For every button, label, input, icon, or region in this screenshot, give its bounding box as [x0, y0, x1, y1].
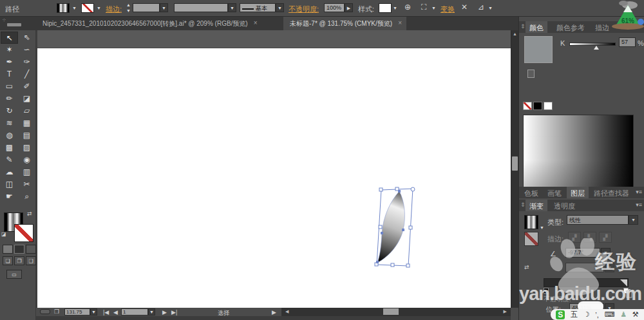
opacity-menu-button[interactable]: ▶	[345, 3, 353, 12]
tab-stroke[interactable]: 描边	[591, 21, 613, 33]
eraser-tool[interactable]: ◪	[18, 93, 35, 105]
document-tab-active[interactable]: 未标题-7* @ 131.75% (CMYK/预览) ×	[283, 17, 406, 30]
document-tab[interactable]: Nipic_2457331_20101020230646567000[转换].a…	[36, 17, 262, 30]
prev-artboard-icon[interactable]: ◀	[113, 309, 118, 315]
align-icon[interactable]: ✕	[461, 3, 468, 12]
stroke-weight-down-icon[interactable]: ▼	[126, 8, 131, 13]
black-swatch[interactable]	[533, 102, 542, 110]
gradient-tool[interactable]: ▨	[18, 142, 35, 154]
keyboard-icon[interactable]: ⌨	[605, 310, 615, 319]
panel-menu-icon[interactable]: ▾≡	[636, 189, 642, 195]
status-expand-icon[interactable]: ▶	[272, 309, 276, 315]
stroke-dropdown-icon[interactable]: ▼	[97, 6, 101, 10]
stroke-gradient-across-button[interactable]: ▞	[599, 232, 612, 243]
direct-selection-tool[interactable]: ⇖	[18, 32, 35, 44]
tab-pathfinder[interactable]: 路径查找器	[590, 187, 633, 198]
gradient-angle-field[interactable]: -97.7°	[565, 248, 600, 258]
next-artboard-icon[interactable]: ▶	[162, 309, 167, 315]
stroke-gradient-along-button[interactable]: ▚	[583, 232, 596, 243]
stroke-weight-up-icon[interactable]: ▲	[126, 3, 131, 7]
tab-layers[interactable]: 图层	[567, 187, 589, 198]
brush-menu-button[interactable]: ▼	[276, 3, 284, 12]
opacity-field[interactable]: 100%	[324, 3, 345, 12]
width-tool[interactable]: ≋	[1, 117, 18, 129]
transform-link[interactable]: 变换	[440, 5, 455, 14]
zoom-tool[interactable]: ⌕	[18, 191, 35, 203]
tab-swatches[interactable]: 色板	[520, 187, 542, 198]
paintbrush-tool[interactable]: ✐	[18, 80, 35, 93]
arrange-documents-icon[interactable]: ❐	[54, 308, 59, 315]
grayscale-spectrum-ramp[interactable]	[523, 115, 634, 198]
stroke-gradient-within-button[interactable]: ▞	[568, 232, 581, 243]
document-setup-icon[interactable]: ⊕	[404, 3, 411, 12]
artboard-tool[interactable]: ◫	[1, 178, 18, 191]
pen-tool[interactable]: ✒	[1, 56, 18, 68]
none-color-swatch[interactable]	[523, 102, 532, 110]
ime-toolbar[interactable]: S五☽’,⌨♟⚒	[551, 309, 644, 320]
hand-tool[interactable]: ☛	[1, 191, 18, 203]
magic-wand-tool[interactable]: ✶	[1, 44, 18, 56]
delete-stop-icon[interactable]	[625, 288, 634, 299]
canvas-area[interactable]	[36, 30, 511, 308]
gradient-type-dropdown-button[interactable]: ▼	[629, 215, 638, 225]
calligraphy-pen-tool[interactable]: ✑	[18, 56, 35, 68]
mesh-tool[interactable]: ▩	[1, 142, 18, 154]
slice-tool[interactable]: ✂	[18, 178, 35, 191]
selected-crescent-shape[interactable]	[370, 184, 421, 274]
gradient-fill-thumbnail[interactable]	[524, 215, 538, 229]
panel-menu-icon[interactable]: ▾≡	[636, 202, 642, 208]
stroke-weight-field[interactable]	[133, 3, 160, 12]
stroke-swatch[interactable]	[81, 3, 94, 13]
stroke-color-indicator[interactable]	[14, 224, 33, 242]
rotate-tool[interactable]: ↻	[1, 105, 18, 117]
select-similar-dropdown-icon[interactable]: ▼	[431, 6, 436, 10]
draw-behind-mode-button[interactable]: ❐	[14, 256, 24, 265]
horizontal-scrollbar[interactable]: ◀ ▶	[281, 308, 511, 316]
draw-inside-mode-button[interactable]: ❑	[26, 256, 36, 265]
marks-icon[interactable]: ’,	[595, 311, 599, 319]
k-value-field[interactable]: 57	[619, 37, 636, 47]
vertical-scroll-thumb[interactable]	[512, 156, 518, 171]
reverse-gradient-icon[interactable]: ⇄	[524, 264, 529, 270]
shear-icon[interactable]: ⊿	[478, 3, 484, 12]
eyedropper-tool[interactable]: ✎	[1, 154, 18, 166]
brush-definition-field[interactable]: 基本	[240, 3, 276, 12]
profile-menu-button[interactable]: ▼	[228, 3, 236, 12]
screen-mode-button[interactable]: ▭	[6, 270, 22, 279]
wubi-icon[interactable]: 五	[571, 310, 578, 319]
gamut-warning-icon[interactable]	[527, 70, 535, 78]
cycle-panel-icon[interactable]: ⇕	[520, 202, 526, 208]
tab-color[interactable]: 颜色	[526, 21, 547, 33]
scroll-right-icon[interactable]: ▶	[504, 309, 507, 314]
blend-tool[interactable]: ◉	[18, 154, 35, 166]
swap-fill-stroke-icon[interactable]: ⇄	[27, 211, 32, 217]
gradient-thumb-dropdown-icon[interactable]: ▼	[540, 225, 544, 230]
panel-menu-icon[interactable]: ▾≡	[636, 23, 642, 30]
stroke-weight-menu-button[interactable]: ▼	[160, 3, 168, 12]
shear-dropdown-icon[interactable]: ▼	[488, 6, 493, 10]
style-swatch[interactable]	[379, 3, 392, 13]
select-similar-icon[interactable]: ⛶	[421, 3, 426, 12]
gradient-type-field[interactable]: 线性	[567, 215, 629, 225]
close-tab-icon[interactable]: ×	[254, 19, 258, 26]
variable-width-profile-field[interactable]	[174, 3, 228, 12]
last-artboard-icon[interactable]: ▶|	[171, 309, 177, 315]
perspective-grid-tool[interactable]: ▤	[18, 129, 35, 142]
angle-dropdown-button[interactable]: ▼	[601, 248, 611, 258]
free-transform-tool[interactable]: ▦	[18, 117, 35, 129]
stop-opacity-dropdown-button[interactable]: ▼	[605, 263, 614, 272]
lasso-tool[interactable]: ∽	[18, 44, 35, 56]
column-graph-tool[interactable]: ▥	[18, 166, 35, 178]
cycle-panel-icon[interactable]: ⇕	[520, 23, 526, 30]
gradient-stroke-thumbnail[interactable]	[524, 232, 538, 246]
tab-color-guide[interactable]: 颜色参考	[553, 21, 589, 33]
selection-tool[interactable]: ↖	[1, 32, 18, 44]
fill-dropdown-icon[interactable]: ▼	[72, 6, 77, 10]
sogou-logo-icon[interactable]: S	[556, 310, 565, 319]
gradient-stop-black[interactable]	[544, 288, 549, 294]
none-mode-button[interactable]	[26, 245, 36, 254]
toolbar-panel-grip[interactable]: ⁘	[0, 17, 36, 30]
wrench-icon[interactable]: ⚒	[632, 310, 639, 319]
default-fill-stroke-icon[interactable]: ◪	[1, 231, 6, 237]
person-icon[interactable]: ♟	[620, 310, 627, 319]
